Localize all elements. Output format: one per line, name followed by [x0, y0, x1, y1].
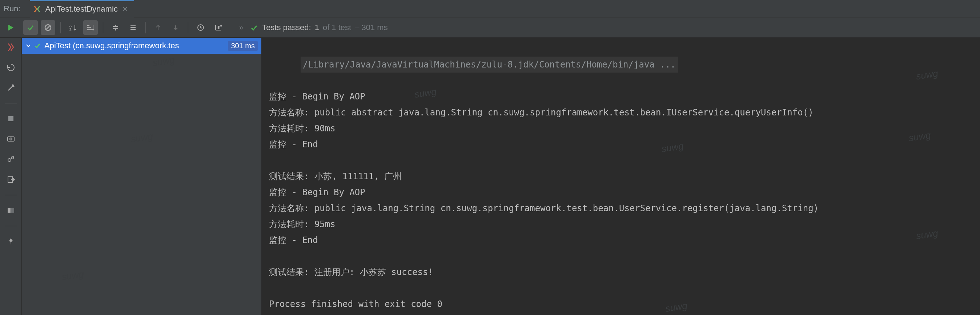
svg-rect-4 [87, 25, 89, 26]
svg-rect-6 [87, 29, 92, 30]
svg-line-1 [46, 26, 50, 29]
header-bar: Run: ApiTest.testDynamic ✕ [0, 0, 980, 17]
separator [60, 22, 61, 33]
toggle-auto-test-button[interactable] [4, 60, 18, 75]
layout-button[interactable] [4, 203, 18, 218]
pin-button[interactable] [4, 234, 18, 249]
sort-time-button[interactable] [83, 20, 98, 35]
expand-all-button[interactable] [108, 20, 123, 35]
status-time: – 301 ms [355, 23, 388, 32]
console-line: 测试结果: 小苏, 111111, 广州 [269, 168, 973, 184]
analyze-button[interactable] [4, 152, 18, 166]
chevron-down-icon [25, 43, 31, 49]
next-fail-button[interactable] [168, 20, 183, 35]
console-line: 测试结果: 注册用户: 小苏苏 success! [269, 264, 973, 280]
check-icon [34, 43, 41, 49]
check-icon [250, 24, 258, 31]
show-ignored-button[interactable] [41, 20, 55, 35]
test-name: ApiTest (cn.suwg.springframework.tes [45, 41, 225, 51]
sort-alpha-button[interactable]: AZ [66, 20, 80, 35]
svg-rect-10 [8, 137, 14, 141]
svg-rect-5 [87, 27, 91, 28]
exit-button[interactable] [4, 173, 18, 187]
stop-button[interactable] [4, 111, 18, 126]
collapse-all-button[interactable] [126, 20, 140, 35]
dump-threads-button[interactable] [4, 132, 18, 146]
separator [5, 195, 17, 195]
separator [145, 22, 146, 33]
run-label: Run: [4, 4, 21, 13]
svg-text:A: A [69, 24, 72, 28]
console-line [269, 280, 973, 296]
console-line: 方法耗时: 90ms [269, 120, 973, 136]
console-line [269, 152, 973, 168]
console-line: 监控 - Begin By AOP [269, 184, 973, 200]
watermark: suwg [915, 65, 939, 84]
svg-rect-16 [11, 208, 14, 213]
console-output[interactable]: /Library/Java/JavaVirtualMachines/zulu-8… [262, 38, 980, 315]
toolbar: AZ [0, 17, 980, 38]
status-prefix: Tests passed: [262, 23, 311, 32]
svg-point-8 [12, 85, 14, 87]
debug-button[interactable] [4, 40, 18, 54]
settings-button[interactable] [4, 81, 18, 95]
console-line: 方法名称: public java.lang.String cn.suwg.sp… [269, 200, 973, 216]
chevron-right-icon: » [239, 23, 243, 32]
watermark: suwg [61, 269, 84, 283]
command-line: /Library/Java/JavaVirtualMachines/zulu-8… [301, 57, 678, 73]
test-tree: ApiTest (cn.suwg.springframework.tes 301… [22, 38, 262, 315]
test-status-text: Tests passed: 1 of 1 test – 301 ms [262, 23, 388, 32]
run-tab[interactable]: ApiTest.testDynamic ✕ [30, 0, 134, 17]
rerun-button[interactable] [4, 20, 18, 35]
console-line: 监控 - End [269, 136, 973, 152]
console-line: Process finished with exit code 0 [269, 296, 973, 312]
prev-fail-button[interactable] [151, 20, 165, 35]
console-line: 监控 - End [269, 232, 973, 248]
svg-point-11 [10, 138, 12, 140]
console-line: 方法耗时: 95ms [269, 216, 973, 232]
watermark: suwg [152, 54, 175, 69]
separator [5, 103, 17, 103]
watermark: suwg [130, 131, 153, 145]
console-line [269, 248, 973, 264]
side-rail [0, 38, 22, 315]
separator [5, 226, 17, 226]
show-passed-button[interactable] [23, 20, 38, 35]
test-history-button[interactable] [193, 20, 208, 35]
test-icon [33, 5, 41, 13]
close-icon[interactable]: ✕ [122, 5, 128, 13]
status-count: 1 [315, 23, 319, 32]
tab-title: ApiTest.testDynamic [45, 4, 118, 14]
test-tree-row[interactable]: ApiTest (cn.suwg.springframework.tes 301… [22, 38, 261, 54]
console-lines: 监控 - Begin By AOP方法名称: public abstract j… [269, 89, 973, 312]
svg-rect-15 [8, 208, 11, 213]
separator [103, 22, 103, 33]
svg-rect-9 [8, 116, 13, 121]
svg-text:Z: Z [69, 28, 72, 31]
status-of: of 1 test [323, 23, 351, 32]
test-time-badge: 301 ms [228, 41, 258, 51]
separator [188, 22, 188, 33]
console-line: 方法名称: public abstract java.lang.String c… [269, 104, 973, 120]
console-line: 监控 - Begin By AOP [269, 89, 973, 104]
export-results-button[interactable] [211, 20, 225, 35]
